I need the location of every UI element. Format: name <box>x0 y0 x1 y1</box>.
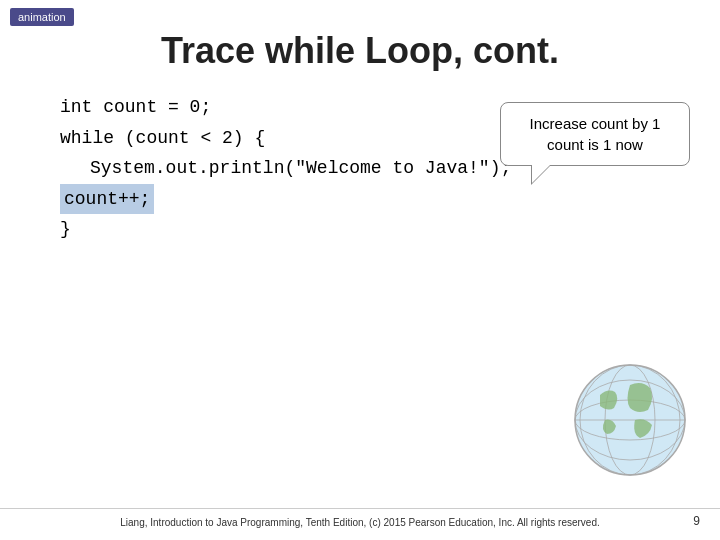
page-title: Trace while Loop, cont. <box>0 0 720 92</box>
callout-line1: Increase count by 1 <box>530 115 661 132</box>
callout-bubble: Increase count by 1 count is 1 now <box>500 102 690 166</box>
code-line-5: } <box>60 214 700 245</box>
callout-line2: count is 1 now <box>547 136 643 153</box>
page-number: 9 <box>693 514 700 528</box>
content-area: Increase count by 1 count is 1 now int c… <box>0 92 720 245</box>
globe-decoration <box>570 360 690 480</box>
footer-text: Liang, Introduction to Java Programming,… <box>0 508 720 528</box>
code-line-4: count++; <box>60 184 154 215</box>
animation-badge: animation <box>10 8 74 26</box>
